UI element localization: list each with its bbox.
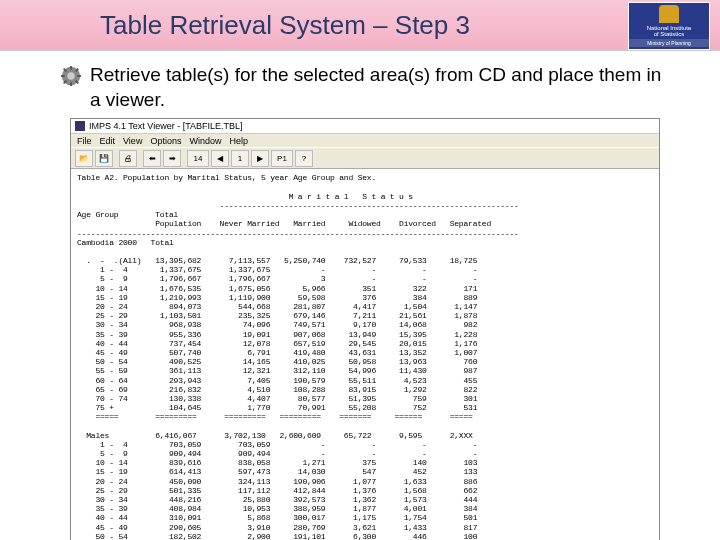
table-title-line: Table A2. Population by Marital Status, … bbox=[77, 173, 376, 182]
description-text: Retrieve table(s) for the selected area(… bbox=[90, 63, 670, 112]
menu-view[interactable]: View bbox=[123, 136, 142, 146]
gear-bullet-icon bbox=[60, 65, 82, 87]
menu-help[interactable]: Help bbox=[229, 136, 248, 146]
page-prev-icon[interactable]: ◀ bbox=[211, 150, 229, 167]
logo-text-2: of Statistics bbox=[654, 31, 685, 37]
text-viewer-window: IMPS 4.1 Text Viewer - [TABFILE.TBL] Fil… bbox=[70, 118, 660, 540]
institute-logo: National Institute of Statistics Ministr… bbox=[628, 2, 710, 50]
menu-window[interactable]: Window bbox=[189, 136, 221, 146]
menu-options[interactable]: Options bbox=[150, 136, 181, 146]
svg-point-1 bbox=[67, 72, 74, 79]
area-row: Cambodia 2000 Total bbox=[77, 238, 174, 247]
menu-file[interactable]: File bbox=[77, 136, 92, 146]
page-next-icon[interactable]: ▶ bbox=[251, 150, 269, 167]
column-headers: Age Group Total Population Never Married… bbox=[77, 210, 491, 228]
prev-icon[interactable]: ⬅ bbox=[143, 150, 161, 167]
data-rows-male: Males 6,416,067 3,702,130 2,600,609 65,7… bbox=[77, 431, 477, 540]
app-icon bbox=[75, 121, 85, 131]
window-title-text: IMPS 4.1 Text Viewer - [TABFILE.TBL] bbox=[89, 121, 243, 131]
column-super-header: M a r i t a l S t a t u s bbox=[289, 192, 413, 201]
page-count: 14 bbox=[187, 150, 209, 167]
save-icon[interactable]: 💾 bbox=[95, 150, 113, 167]
page-current: 1 bbox=[231, 150, 249, 167]
emblem-icon bbox=[659, 5, 679, 23]
step-description: Retrieve table(s) for the selected area(… bbox=[0, 51, 720, 118]
separator bbox=[115, 151, 117, 166]
help-icon[interactable]: ? bbox=[295, 150, 313, 167]
logo-subtext: Ministry of Planning bbox=[629, 39, 709, 47]
table-content: Table A2. Population by Marital Status, … bbox=[71, 169, 659, 540]
separator bbox=[183, 151, 185, 166]
page-label: P1 bbox=[271, 150, 293, 167]
separator bbox=[139, 151, 141, 166]
separator-line: ===== ========= ========= ========= ====… bbox=[77, 412, 473, 421]
open-icon[interactable]: 📂 bbox=[75, 150, 93, 167]
slide-header: Table Retrieval System – Step 3 National… bbox=[0, 0, 720, 51]
data-rows-total: . - .(All) 13,395,682 7,113,557 5,250,74… bbox=[77, 256, 477, 412]
menu-edit[interactable]: Edit bbox=[100, 136, 116, 146]
next-icon[interactable]: ➡ bbox=[163, 150, 181, 167]
print-icon[interactable]: 🖨 bbox=[119, 150, 137, 167]
menu-bar[interactable]: File Edit View Options Window Help bbox=[71, 134, 659, 148]
toolbar: 📂 💾 🖨 ⬅ ➡ 14 ◀ 1 ▶ P1 ? bbox=[71, 148, 659, 169]
window-titlebar: IMPS 4.1 Text Viewer - [TABFILE.TBL] bbox=[71, 119, 659, 134]
slide-title: Table Retrieval System – Step 3 bbox=[100, 10, 470, 41]
